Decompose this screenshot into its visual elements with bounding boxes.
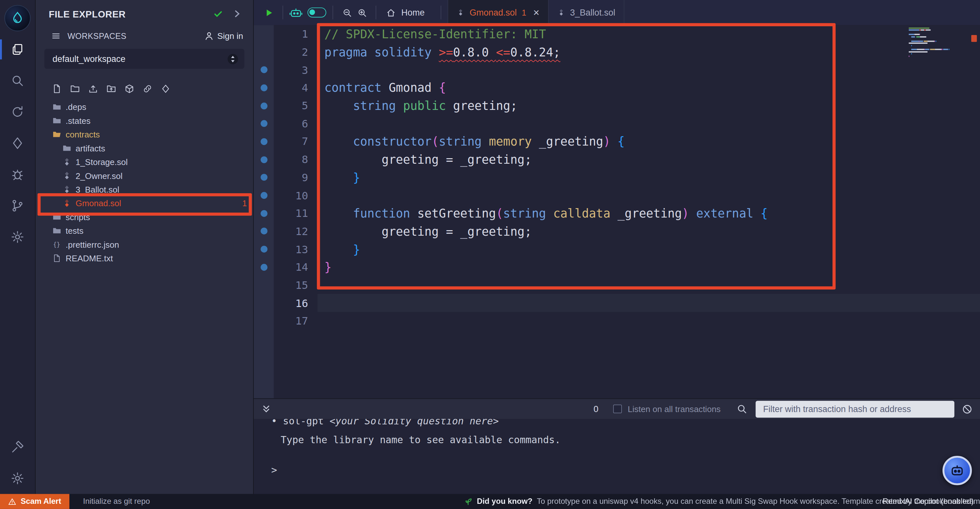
code-editor[interactable]: 1// SPDX-License-Identifier: MIT2pragma … xyxy=(254,25,980,398)
code-line-13[interactable]: 13 } xyxy=(254,240,980,258)
hamburger-menu-icon[interactable] xyxy=(51,31,60,40)
workspace-select[interactable]: default_workspace xyxy=(45,49,244,69)
activity-plugin-manager[interactable] xyxy=(0,222,35,252)
upload-file-icon[interactable] xyxy=(88,84,98,94)
activity-deploy-run[interactable] xyxy=(0,128,35,158)
clear-console-icon[interactable] xyxy=(962,404,972,414)
accept-check-icon[interactable] xyxy=(213,9,223,19)
code-line-12[interactable]: 12 greeting = _greeting; xyxy=(254,222,980,240)
activity-build-tools[interactable] xyxy=(0,431,35,463)
activity-settings[interactable] xyxy=(0,463,35,494)
file-explorer-icon xyxy=(11,43,24,56)
line-number: 4 xyxy=(274,79,318,97)
code-line-8[interactable]: 8 greeting = _greeting; xyxy=(254,150,980,168)
transaction-count: 0 xyxy=(593,404,598,414)
tree-item-1_Storage.sol[interactable]: 1_Storage.sol xyxy=(36,155,253,169)
remix-ide-window: FILE EXPLORER WORKSPACES Sign in default… xyxy=(0,0,980,509)
minimap[interactable] xyxy=(909,27,961,64)
tab-gmonad-sol[interactable]: Gmonad.sol 1 × xyxy=(448,0,549,25)
tree-item-.states[interactable]: .states xyxy=(36,114,253,128)
code-line-6[interactable]: 6 xyxy=(254,115,980,132)
ai-robot-icon[interactable] xyxy=(290,7,303,18)
chevron-right-icon[interactable] xyxy=(232,9,242,19)
json-icon: {} xyxy=(52,240,61,249)
search-icon xyxy=(11,74,24,88)
code-line-1[interactable]: 1// SPDX-License-Identifier: MIT xyxy=(254,25,980,43)
tree-item-contracts[interactable]: contracts xyxy=(36,128,253,141)
tab-error-badge: 1 xyxy=(522,8,526,17)
collapse-terminal-button[interactable] xyxy=(261,404,271,414)
line-marker-dot xyxy=(260,84,267,91)
line-number: 14 xyxy=(274,258,318,276)
folder-icon xyxy=(52,102,61,111)
tree-item-Gmonad.sol[interactable]: Gmonad.sol 1 xyxy=(36,196,253,210)
sol-icon xyxy=(62,199,71,207)
tab-label: Gmonad.sol xyxy=(469,8,517,18)
terminal-search-icon[interactable] xyxy=(737,404,747,414)
terminal[interactable]: • sol-gpt <your Solidity question here> … xyxy=(254,419,980,494)
overview-ruler-error-mark xyxy=(971,35,977,42)
code-line-15[interactable]: 15 xyxy=(254,276,980,294)
copilot-status: RemixAI Copilot (enabled) xyxy=(883,497,974,506)
code-line-17[interactable]: 17 xyxy=(254,312,980,330)
toolbar-separator xyxy=(375,5,376,19)
listen-all-transactions-checkbox[interactable] xyxy=(614,405,622,413)
tab-ballot-sol[interactable]: 3_Ballot.sol xyxy=(549,0,625,25)
code-line-9[interactable]: 9 } xyxy=(254,169,980,187)
new-folder-icon[interactable] xyxy=(70,84,80,94)
transaction-filter-input[interactable] xyxy=(756,400,955,417)
terminal-toolbar: 0 Listen on all transactions xyxy=(254,398,980,419)
remix-ai-assistant-button[interactable] xyxy=(942,456,972,485)
scam-alert-button[interactable]: Scam Alert xyxy=(0,494,69,509)
init-git-repo-button[interactable]: Initialize as git repo xyxy=(83,497,150,506)
code-line-5[interactable]: 5 string public greeting; xyxy=(254,97,980,115)
workspace-stepper-icon[interactable] xyxy=(227,53,239,65)
activity-file-explorer[interactable] xyxy=(0,34,35,65)
tree-item-.deps[interactable]: .deps xyxy=(36,100,253,114)
panel-title: FILE EXPLORER xyxy=(49,8,204,19)
tab-home[interactable]: Home xyxy=(382,0,434,25)
zoom-in-button[interactable] xyxy=(354,5,369,20)
new-file-icon[interactable] xyxy=(52,84,62,94)
activity-git[interactable] xyxy=(0,190,35,221)
code-line-4[interactable]: 4contract Gmonad { xyxy=(254,79,980,97)
tree-item-tests[interactable]: tests xyxy=(36,224,253,237)
activity-solidity-compiler[interactable] xyxy=(0,96,35,128)
line-number: 15 xyxy=(274,276,318,294)
sign-in-button[interactable]: Sign in xyxy=(204,31,243,40)
code-line-7[interactable]: 7 constructor(string memory _greeting) { xyxy=(254,132,980,150)
deploy-run-icon xyxy=(11,136,24,150)
tree-item-README.txt[interactable]: README.txt xyxy=(36,251,253,265)
code-line-3[interactable]: 3 xyxy=(254,61,980,79)
remix-logo[interactable] xyxy=(4,5,30,31)
tree-item-.prettierrc.json[interactable]: {} .prettierrc.json xyxy=(36,238,253,251)
line-marker-dot xyxy=(260,210,267,217)
run-script-button[interactable] xyxy=(261,5,276,20)
debugger-icon xyxy=(11,168,24,181)
tree-item-artifacts[interactable]: artifacts xyxy=(36,141,253,155)
code-line-10[interactable]: 10 xyxy=(254,187,980,204)
close-tab-icon[interactable]: × xyxy=(533,7,539,18)
file-explorer-header: FILE EXPLORER xyxy=(36,0,253,27)
activity-debugger[interactable] xyxy=(0,159,35,190)
person-icon xyxy=(204,31,213,40)
code-line-2[interactable]: 2pragma solidity >=0.8.0 <=0.8.24; xyxy=(254,43,980,61)
activity-bar-bottom xyxy=(0,431,35,494)
tree-item-3_Ballot.sol[interactable]: 3_Ballot.sol xyxy=(36,182,253,196)
tree-item-scripts[interactable]: scripts xyxy=(36,210,253,224)
terminal-prompt[interactable]: > xyxy=(271,464,980,476)
code-line-16[interactable]: 16 xyxy=(254,294,980,312)
code-line-11[interactable]: 11 function setGreeting(string calldata … xyxy=(254,204,980,222)
zoom-out-button[interactable] xyxy=(339,5,354,20)
copilot-toggle[interactable] xyxy=(307,8,326,18)
link-icon[interactable] xyxy=(143,84,153,94)
tree-item-2_Owner.sol[interactable]: 2_Owner.sol xyxy=(36,169,253,182)
line-number: 5 xyxy=(274,97,318,115)
upload-folder-icon[interactable] xyxy=(106,84,116,94)
load-template-icon[interactable] xyxy=(124,84,135,94)
settings-icon xyxy=(11,471,24,485)
code-line-14[interactable]: 14} xyxy=(254,258,980,276)
activity-search[interactable] xyxy=(0,65,35,96)
workspaces-row: WORKSPACES Sign in xyxy=(36,27,253,44)
publish-gist-icon[interactable] xyxy=(161,84,171,94)
